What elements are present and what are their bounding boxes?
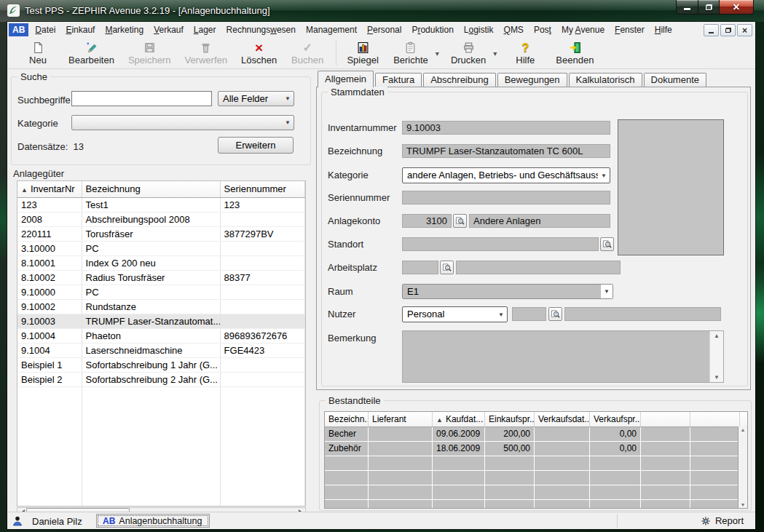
workplace-lookup-button[interactable] bbox=[440, 261, 454, 274]
column-header-inventarnr[interactable]: ▲InventarNr bbox=[17, 181, 82, 197]
menu-item-post[interactable]: Post bbox=[529, 23, 556, 37]
column-header-kaufdat[interactable]: ▲Kaufdat... bbox=[433, 412, 485, 426]
toolbar-button-hilfe[interactable]: ?Hilfe bbox=[505, 40, 546, 66]
menu-item-verkauf[interactable]: Verkauf bbox=[149, 23, 189, 37]
table-row[interactable]: Beispiel 1Sofortabschreibung 1 Jahr (G..… bbox=[17, 358, 305, 373]
magnifier-icon bbox=[602, 239, 612, 249]
user-lookup-button[interactable] bbox=[548, 307, 562, 321]
menu-item-fenster[interactable]: Fenster bbox=[610, 23, 650, 37]
records-count-value: 13 bbox=[74, 141, 84, 152]
menu-item-management[interactable]: Management bbox=[301, 23, 362, 37]
table-row[interactable]: 123Test1123 bbox=[17, 198, 305, 213]
scroll-down-arrow-icon[interactable]: ▼ bbox=[710, 374, 723, 381]
menu-item-einkauf[interactable]: Einkauf bbox=[60, 23, 100, 37]
window-minimize-button[interactable] bbox=[676, 0, 698, 15]
table-row[interactable]: 9.10004Phaeton896893672676 bbox=[17, 329, 305, 344]
table-row[interactable]: 9.10003TRUMPF Laser-Stanzautomat... bbox=[17, 314, 305, 329]
masterdata-group-title: Stammdaten bbox=[328, 87, 387, 98]
toolbar-button-beenden[interactable]: Beenden bbox=[552, 40, 597, 66]
menu-item-personal[interactable]: Personal bbox=[362, 23, 406, 37]
expand-button[interactable]: Erweitern bbox=[218, 137, 294, 154]
remark-vertical-scrollbar[interactable]: ▲ ▼ bbox=[709, 331, 723, 382]
field-filter-combobox[interactable]: Alle Felder ▼ bbox=[218, 91, 294, 106]
mdi-close-button[interactable]: × bbox=[737, 24, 752, 36]
column-header-bezeichn[interactable]: Bezeichn... bbox=[325, 412, 369, 426]
tab-dokumente[interactable]: Dokumente bbox=[644, 73, 706, 87]
column-header-col-6[interactable] bbox=[641, 412, 690, 426]
tab-bewegungen[interactable]: Bewegungen bbox=[497, 73, 567, 87]
column-header-bezeichnung[interactable]: Bezeichnung bbox=[82, 181, 221, 197]
taskbar-button-anlagenbuchhaltung[interactable]: AB Anlagenbuchhaltung bbox=[96, 514, 210, 528]
scroll-up-arrow-icon[interactable]: ▲ bbox=[739, 427, 747, 432]
toolbar-button-bearbeiten[interactable]: Bearbeiten bbox=[65, 40, 118, 66]
mdi-restore-button[interactable] bbox=[720, 24, 736, 36]
column-header-verkaufsdat[interactable]: Verkaufsdat... bbox=[535, 412, 590, 426]
menu-item-my-avenue[interactable]: My Avenue bbox=[556, 23, 610, 37]
dropdown-arrow-icon[interactable]: ▾ bbox=[434, 47, 441, 60]
window-close-button[interactable]: × bbox=[719, 0, 754, 15]
scroll-up-arrow-icon[interactable]: ▲ bbox=[710, 333, 723, 339]
menu-item-hilfe[interactable]: Hilfe bbox=[650, 23, 677, 37]
table-row[interactable]: 9.1004LaserschneidmaschineFGE4423 bbox=[17, 344, 305, 358]
toolbar-separator bbox=[336, 41, 336, 65]
tab-kalkulatorisch[interactable]: Kalkulatorisch bbox=[569, 73, 642, 87]
tab-faktura[interactable]: Faktura bbox=[375, 73, 422, 87]
menu-item-ab[interactable]: AB bbox=[9, 23, 28, 36]
room-combobox[interactable]: E1 ▼ bbox=[402, 284, 613, 299]
asset-account-lookup-button[interactable] bbox=[453, 214, 467, 228]
category-combobox[interactable]: ▼ bbox=[71, 115, 294, 130]
table-row[interactable]: 220111Torusfräser3877297BV bbox=[17, 227, 305, 242]
menu-item-datei[interactable]: Datei bbox=[30, 23, 60, 37]
table-row[interactable]: 2008Abschreibungspool 2008 bbox=[17, 213, 305, 227]
components-groupbox: Bestandteile Bezeichn...Lieferant▲Kaufda… bbox=[319, 400, 752, 511]
category-combobox[interactable]: andere Anlagen, Betriebs- und Geschäftsa… bbox=[402, 167, 610, 183]
menu-item-produktion[interactable]: Produktion bbox=[406, 23, 458, 37]
user-type-combobox[interactable]: Personal ▼ bbox=[402, 306, 508, 322]
toolbar-button-label: Spiegel bbox=[347, 55, 378, 65]
column-header-verkaufspr[interactable]: Verkaufspr... bbox=[590, 412, 641, 426]
menu-item-qms[interactable]: QMS bbox=[499, 23, 529, 37]
scroll-down-arrow-icon[interactable]: ▼ bbox=[739, 502, 747, 507]
table-row[interactable]: 9.10002Rundstanze bbox=[17, 300, 305, 314]
toolbar-button-löschen[interactable]: ×Löschen bbox=[237, 40, 280, 66]
table-row[interactable]: 8.10002Radius Torusfräser88377 bbox=[17, 271, 305, 285]
menu-item-rechnungswesen[interactable]: Rechnungswesen bbox=[221, 23, 301, 37]
table-row[interactable]: Zubehör18.06.2009500,000,00 bbox=[325, 442, 747, 456]
dropdown-arrow-icon[interactable]: ▾ bbox=[492, 47, 498, 60]
table-row[interactable]: 9.10000PC bbox=[17, 285, 305, 300]
window-restore-button[interactable] bbox=[698, 0, 719, 15]
toolbar-button-neu[interactable]: Neu bbox=[17, 40, 58, 66]
column-header-seriennummer[interactable]: Seriennummer bbox=[221, 181, 305, 197]
table-row[interactable]: 3.10000PC bbox=[17, 242, 305, 256]
column-header-col-7[interactable] bbox=[690, 412, 740, 426]
search-term-input[interactable] bbox=[71, 91, 212, 106]
cell: 9.10004 bbox=[17, 329, 82, 343]
cell: 0,00 bbox=[590, 442, 641, 456]
toolbar-button-berichte[interactable]: Berichte bbox=[390, 40, 432, 66]
room-label: Raum bbox=[328, 286, 353, 297]
toolbar-button-spiegel[interactable]: Spiegel bbox=[342, 40, 383, 66]
current-user-panel: Daniela Pilz bbox=[12, 515, 82, 528]
tab-allgemein[interactable]: Allgemein bbox=[318, 71, 374, 87]
table-row[interactable]: Beispiel 2Sofortabschreibung 2 Jahr (G..… bbox=[17, 373, 305, 387]
column-header-lieferant[interactable]: Lieferant bbox=[369, 412, 433, 426]
delete-x-icon: × bbox=[255, 41, 263, 54]
tab-abschreibung[interactable]: Abschreibung bbox=[423, 73, 496, 87]
menu-item-logistik[interactable]: Logistik bbox=[459, 23, 499, 37]
field-filter-value: Alle Felder bbox=[218, 92, 282, 106]
location-lookup-button[interactable] bbox=[600, 237, 614, 251]
report-panel[interactable]: Report bbox=[617, 514, 752, 528]
menu-item-lager[interactable]: Lager bbox=[189, 23, 221, 37]
toolbar-button-drucken[interactable]: Drucken bbox=[447, 40, 489, 66]
column-header-einkaufspr[interactable]: Einkaufspr... bbox=[485, 412, 535, 426]
table-row[interactable]: Becher09.06.2009200,000,00 bbox=[325, 427, 747, 442]
cell bbox=[221, 213, 305, 226]
components-vertical-scrollbar[interactable]: ▲ ▼ bbox=[738, 426, 747, 508]
room-value: E1 bbox=[403, 285, 600, 298]
cell: Index G 200 neu bbox=[82, 256, 221, 270]
mdi-minimize-button[interactable] bbox=[704, 24, 719, 36]
asset-account-name-field: Andere Anlagen bbox=[469, 214, 610, 228]
menu-item-marketing[interactable]: Marketing bbox=[100, 23, 149, 37]
workplace-name-field bbox=[456, 261, 621, 274]
table-row[interactable]: 8.10001Index G 200 neu bbox=[17, 256, 305, 271]
